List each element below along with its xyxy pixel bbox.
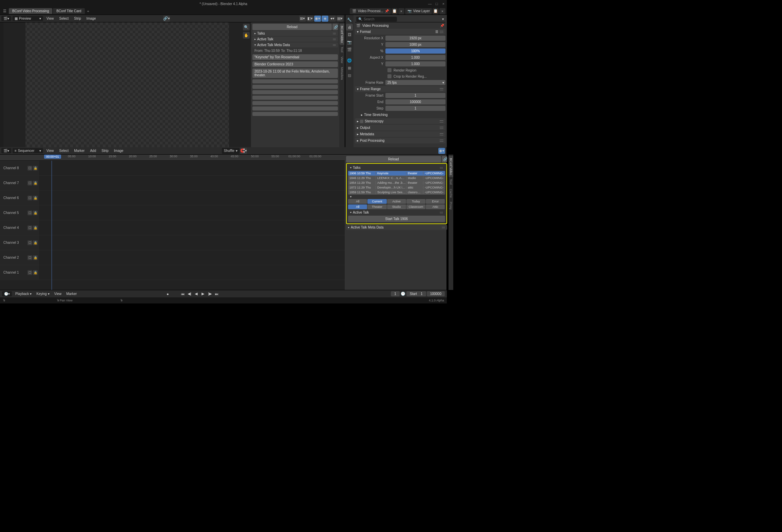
output-section[interactable]: ▸Output:::: — [355, 125, 445, 131]
mute-icon[interactable]: ☐ — [27, 211, 32, 215]
filter-button[interactable]: Classroom — [406, 204, 425, 209]
output-tab-icon[interactable]: 🖨 — [346, 24, 353, 31]
meta-section[interactable]: ▸Active Talk Meta Data :::: — [346, 225, 447, 230]
frame-end[interactable]: 100000 — [385, 99, 445, 104]
lock-icon[interactable]: 🔒 — [33, 240, 38, 245]
pivot-icon[interactable]: ⊞▾ — [299, 16, 306, 22]
keyframe-next-icon[interactable]: |▶ — [207, 291, 212, 297]
postproc-section[interactable]: ▸Post Processing:::: — [355, 138, 445, 143]
workspace-tab[interactable]: BConf Title Card — [53, 8, 84, 14]
resolution-x[interactable]: 1920 px — [385, 36, 445, 41]
mute-icon[interactable]: ☐ — [27, 196, 32, 200]
autokey-icon[interactable]: ● — [165, 291, 170, 297]
viewlayer-selector[interactable]: 📷 View Layer — [405, 8, 432, 14]
menu-select[interactable]: Select — [57, 17, 71, 20]
menu-marker[interactable]: Marker — [72, 149, 87, 153]
display-mode-selector[interactable]: ≡ Sequencer ▾ — [13, 148, 43, 153]
shading-icon[interactable]: ●▾ — [329, 16, 336, 22]
resolution-y[interactable]: 1080 px — [385, 42, 445, 47]
start-frame[interactable]: Start 1 — [406, 291, 426, 296]
mute-icon[interactable]: ☐ — [27, 225, 32, 230]
end-frame[interactable]: 100000 — [427, 291, 445, 296]
menu-icon[interactable]: ☰ — [1, 8, 8, 14]
display-icon[interactable]: ◧▾ — [307, 16, 313, 22]
reload-button[interactable]: Reload — [252, 24, 332, 30]
add-workspace-icon[interactable]: + — [85, 9, 91, 13]
reload-button[interactable]: Reload — [346, 156, 441, 162]
talks-section[interactable]: ▸Talks :::: — [252, 31, 338, 36]
filter-button[interactable]: All — [348, 204, 367, 209]
metadata-section[interactable]: ▸Metadata:::: — [355, 131, 445, 137]
talks-section[interactable]: ▾Talks :::: — [348, 165, 445, 170]
preview-viewport[interactable]: 🔍 ✋ — [3, 22, 251, 147]
time-stretch-section[interactable]: ▸Time Stretching — [359, 112, 445, 118]
clock-icon[interactable]: 🕐 — [400, 291, 406, 297]
meta-field-2[interactable]: Blender Conference 2023 — [252, 61, 338, 67]
jump-end-icon[interactable]: ⏭ — [214, 291, 219, 297]
meta-field-empty[interactable] — [252, 79, 338, 83]
pin-icon[interactable]: 📌 — [440, 24, 444, 27]
filter-button[interactable]: Studio — [387, 204, 406, 209]
menu-add[interactable]: Add — [88, 149, 98, 153]
playhead[interactable] — [52, 161, 52, 290]
vtab-proxy[interactable]: Proxy — [449, 200, 453, 212]
vtab-metadata[interactable]: Metadata — [340, 65, 344, 82]
aspect-y[interactable]: 1.000 — [385, 61, 445, 66]
talk-row[interactable]: 1906 10:59 ThuKeynotetheater-UPCOMING- — [348, 171, 445, 176]
menu-image[interactable]: Image — [84, 17, 98, 20]
zoom-icon[interactable]: 🔍 — [243, 24, 250, 31]
menu-view[interactable]: View — [44, 17, 56, 20]
menu-strip[interactable]: Strip — [99, 149, 111, 153]
display-mode-selector[interactable]: ▦ Preview ▾ — [13, 16, 43, 21]
sequencer-timeline[interactable]: 00:00+01 05:00 10:00 15:00 20:00 25:00 3… — [0, 155, 345, 290]
object-tab-icon[interactable]: ▦ — [346, 64, 353, 71]
image-tab-icon[interactable]: 🖼 — [346, 31, 353, 38]
maximize-icon[interactable]: □ — [435, 2, 439, 6]
workspace-tab[interactable]: BConf Video Processing — [9, 8, 52, 14]
filter-button[interactable]: Attic — [426, 204, 445, 209]
meta-field-3[interactable]: 2023-10-26 11:00 at the Felix Meritis, A… — [252, 68, 338, 78]
tool-tab-icon[interactable]: 🔧 — [346, 16, 353, 23]
texture-tab-icon[interactable]: ▨ — [346, 72, 353, 79]
menu-view[interactable]: View — [53, 292, 63, 296]
mute-icon[interactable]: ☐ — [27, 240, 32, 245]
crop-check[interactable]: Crop to Render Reg... — [355, 74, 445, 79]
vtab-tool[interactable]: Tool — [340, 45, 344, 55]
vtab-bconf[interactable]: BConf Video — [340, 24, 344, 45]
overlay-icon[interactable]: ◉▾ — [314, 16, 321, 22]
filter-button[interactable]: Error — [426, 199, 445, 204]
frame-start[interactable]: 1 — [385, 93, 445, 98]
mute-icon[interactable]: ☐ — [27, 181, 32, 185]
mute-icon[interactable]: ☐ — [27, 270, 32, 275]
menu-strip[interactable]: Strip — [72, 17, 83, 20]
lock-icon[interactable]: 🔒 — [33, 255, 38, 260]
lock-icon[interactable]: 🔒 — [33, 270, 38, 275]
stereoscopy-section[interactable]: ▸Stereoscopy:::: — [355, 118, 445, 124]
lock-icon[interactable]: 🔒 — [33, 211, 38, 215]
editor-type-selector[interactable]: 🎬▾ — [1, 16, 11, 21]
jump-start-icon[interactable]: ⏮ — [180, 291, 185, 297]
keyframe-prev-icon[interactable]: ◀| — [187, 291, 192, 297]
meta-field-empty[interactable] — [252, 85, 338, 89]
menu-playback[interactable]: Playback ▾ — [14, 292, 33, 296]
meta-field-empty[interactable] — [252, 112, 338, 116]
menu-select[interactable]: Select — [57, 149, 71, 153]
lock-icon[interactable]: 🔒 — [33, 225, 38, 230]
gizmo-icon[interactable]: ◈ — [322, 16, 328, 22]
more-icon[interactable]: ▤▾ — [337, 16, 343, 22]
meta-field-1[interactable]: "Keynote" by Ton Roosendaal — [252, 54, 338, 60]
preset-icon[interactable]: ☰ — [435, 30, 438, 34]
mute-icon[interactable]: ☐ — [27, 166, 32, 171]
menu-view[interactable]: View — [44, 149, 56, 153]
delete-layer-icon[interactable]: × — [439, 8, 445, 14]
sequencer-ruler[interactable]: 00:00+01 05:00 10:00 15:00 20:00 25:00 3… — [0, 155, 345, 161]
active-talk-section[interactable]: ▸Active Talk :::: — [252, 37, 338, 42]
resolution-pct[interactable]: 100% — [385, 48, 445, 54]
render-region-check[interactable]: Render Region — [355, 67, 445, 73]
overlay-icon[interactable]: ◉▾ — [438, 148, 445, 154]
current-frame[interactable]: 1 — [391, 291, 400, 296]
frame-step[interactable]: 1 — [385, 106, 445, 111]
new-scene-icon[interactable]: 📋 — [392, 8, 398, 14]
scene-tab-icon[interactable]: 🎬 — [346, 46, 353, 53]
pin-icon[interactable]: 📌 — [385, 9, 389, 13]
